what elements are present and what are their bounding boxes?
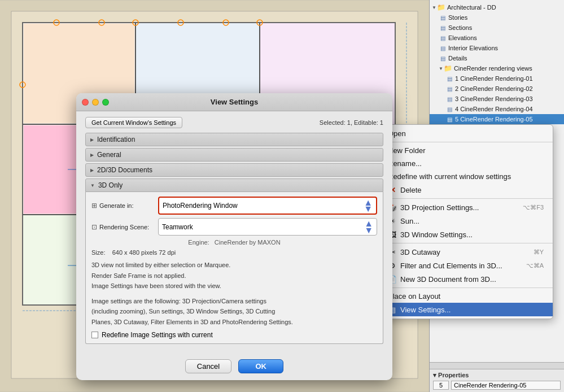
section-general[interactable]: ▶ General: [85, 148, 383, 162]
tree-item-label: Stories: [448, 14, 467, 21]
menu-item-label: New Folder: [388, 146, 425, 155]
info-line-5: Image settings are the following: 3D Pro…: [91, 297, 377, 306]
item-left: Rename...: [388, 159, 422, 168]
item-left: ✂ 3D Cutaway: [388, 247, 440, 256]
item-left: ▤ View Settings...: [388, 305, 451, 314]
context-menu-item-3d-cutaway[interactable]: ✂ 3D Cutaway ⌘Y: [379, 245, 553, 259]
redefine-checkbox[interactable]: [91, 332, 98, 338]
context-menu-item-delete[interactable]: ✕ Delete: [379, 183, 553, 197]
tree-item-label: 1 CineRender Rendering-01: [455, 75, 533, 82]
context-menu-item-redefine[interactable]: Redefine with current window settings: [379, 170, 553, 183]
expand-triangle: ▼: [432, 5, 436, 10]
engine-row: Engine: CineRender by MAXON: [91, 239, 377, 246]
context-menu: Open New Folder Rename... Redefine with …: [378, 124, 553, 319]
dropdown-arrow-icon: ▲▼: [364, 199, 373, 212]
cancel-button[interactable]: Cancel: [185, 359, 231, 373]
collapse-triangle: ▼: [90, 183, 95, 188]
collapse-triangle: ▶: [90, 168, 94, 173]
tree-item-cinerender-views[interactable]: ▼ 📁 CineRender rendering views: [430, 63, 564, 73]
rendering-scene-dropdown[interactable]: Teamwork ▲▼: [158, 218, 377, 235]
section-label: 2D/3D Documents: [97, 166, 152, 174]
dropdown-value: PhotoRendering Window: [163, 202, 238, 210]
view-icon: ▤: [439, 24, 447, 32]
ok-button[interactable]: OK: [238, 359, 283, 373]
context-menu-item-filter-cut[interactable]: ⚙ Filter and Cut Elements in 3D... ⌥⌘A: [379, 259, 553, 272]
item-left: 🖼 3D Window Settings...: [388, 230, 473, 239]
properties-title: ▾ Properties: [433, 372, 561, 379]
context-menu-item-sun[interactable]: ☀ Sun...: [379, 214, 553, 228]
expand-triangle: ▼: [439, 66, 443, 71]
tree-item-label: 2 CineRender Rendering-02: [455, 85, 533, 92]
menu-item-label: New 3D Document from 3D...: [400, 275, 496, 284]
size-value: 640 x 480 pixels 72 dpi: [112, 249, 176, 256]
context-menu-item-new-folder[interactable]: New Folder: [379, 144, 553, 157]
item-left: ☀ Sun...: [388, 216, 419, 225]
item-left: ✕ Delete: [388, 185, 422, 194]
tree-item-arch-dd[interactable]: ▼ 📁 Architectural - DD: [430, 2, 564, 12]
view-icon: ▤: [445, 105, 453, 113]
context-menu-item-3d-window[interactable]: 🖼 3D Window Settings...: [379, 228, 553, 241]
get-current-button[interactable]: Get Current Window's Settings: [85, 117, 182, 128]
context-menu-item-open[interactable]: Open: [379, 127, 553, 140]
context-menu-item-new-3d-doc[interactable]: 📄 New 3D Document from 3D...: [379, 272, 553, 286]
generate-in-dropdown[interactable]: PhotoRendering Window ▲▼: [158, 197, 377, 215]
context-menu-item-rename[interactable]: Rename...: [379, 157, 553, 170]
tree-item-label: CineRender rendering views: [454, 65, 532, 72]
view-icon: ▤: [439, 44, 447, 52]
section-identification[interactable]: ▶ Identification: [85, 133, 383, 146]
dialog-header-row: Get Current Window's Settings Selected: …: [85, 117, 383, 128]
tree-item-cine-04[interactable]: ▤ 4 CineRender Rendering-04: [430, 104, 564, 114]
tree-item-stories[interactable]: ▤ Stories: [430, 12, 564, 23]
tree-item-interior-elevations[interactable]: ▤ Interior Elevations: [430, 43, 564, 53]
dropdown-value: Teamwork: [162, 223, 193, 231]
selected-info: Selected: 1, Editable: 1: [320, 119, 383, 126]
menu-item-label: Sun...: [400, 217, 419, 225]
collapse-triangle: ▶: [90, 153, 94, 158]
menu-item-label: 3D Window Settings...: [400, 230, 473, 239]
maximize-button[interactable]: [102, 99, 109, 106]
context-menu-item-place-on-layout[interactable]: Place on Layout: [379, 290, 553, 303]
label-text: Rendering Scene:: [99, 224, 149, 230]
tree-item-cine-05[interactable]: ▤ 5 CineRender Rendering-05: [430, 114, 564, 124]
view-icon: ▤: [445, 95, 453, 103]
view-icon: ▤: [439, 54, 447, 62]
tree-item-label: 4 CineRender Rendering-04: [455, 106, 533, 112]
tree-item-details[interactable]: ▤ Details: [430, 53, 564, 63]
tree-item-cine-03[interactable]: ▤ 3 CineRender Rendering-03: [430, 94, 564, 104]
svg-rect-5: [135, 23, 260, 102]
tree-item-elevations[interactable]: ▤ Elevations: [430, 33, 564, 43]
dialog-body: Get Current Window's Settings Selected: …: [76, 111, 392, 355]
menu-item-label: Rename...: [388, 159, 422, 168]
properties-bar: ▾ Properties: [430, 369, 564, 392]
divider: [379, 142, 553, 142]
tree-item-label: Interior Elevations: [448, 45, 498, 51]
section-label: 3D Only: [98, 181, 123, 189]
item-left: 🎲 3D Projection Settings...: [388, 203, 479, 212]
tree-item-cine-02[interactable]: ▤ 2 CineRender Rendering-02: [430, 84, 564, 94]
section-2d3d-docs[interactable]: ▶ 2D/3D Documents: [85, 163, 383, 177]
info-line-7: Planes, 3D Cutaway, Filter Elements in 3…: [91, 317, 377, 327]
divider: [379, 198, 553, 199]
context-menu-item-view-settings[interactable]: ▤ View Settings...: [379, 303, 553, 316]
divider: [379, 288, 553, 288]
properties-num-input[interactable]: [433, 381, 449, 390]
tree-item-label: Sections: [448, 24, 472, 31]
shortcut-label: ⌥⌘F3: [523, 204, 544, 211]
minimize-button[interactable]: [92, 99, 99, 106]
shortcut-label: ⌘Y: [534, 249, 544, 256]
tree-item-label: 3 CineRender Rendering-03: [455, 95, 533, 102]
info-line-6: (including zooming), Sun settings, 3D Wi…: [91, 307, 377, 316]
section-3d-only[interactable]: ▼ 3D Only: [85, 178, 383, 192]
scrollbar[interactable]: [430, 362, 564, 369]
tree-item-cine-01[interactable]: ▤ 1 CineRender Rendering-01: [430, 73, 564, 84]
engine-label: Engine:: [188, 239, 209, 246]
menu-item-label: View Settings...: [400, 306, 451, 314]
tree-item-label: Elevations: [448, 34, 477, 41]
size-label: Size:: [91, 249, 105, 256]
tree-item-sections[interactable]: ▤ Sections: [430, 23, 564, 33]
item-left: New Folder: [388, 146, 425, 155]
menu-item-label: Delete: [400, 186, 422, 194]
context-menu-item-3d-projection[interactable]: 🎲 3D Projection Settings... ⌥⌘F3: [379, 201, 553, 214]
properties-name-input[interactable]: [451, 381, 561, 390]
close-button[interactable]: [82, 99, 89, 106]
